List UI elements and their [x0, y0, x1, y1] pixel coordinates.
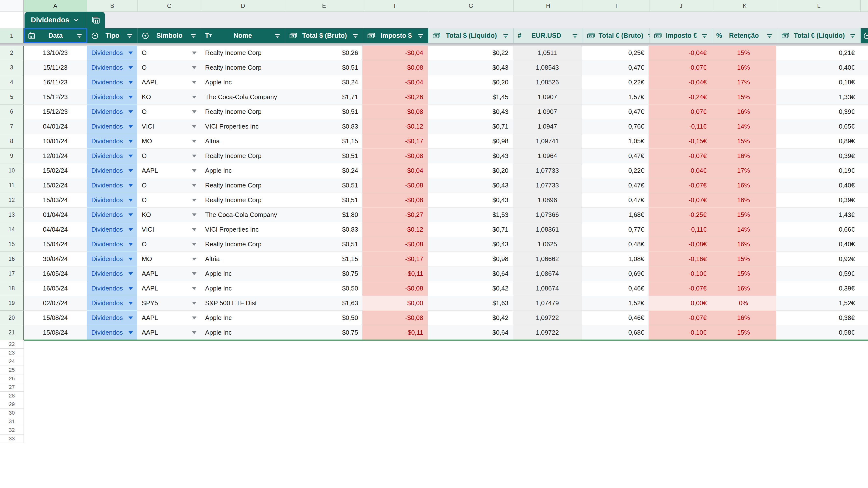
dropdown-caret-icon[interactable] — [192, 287, 196, 290]
empty-cells-area[interactable] — [24, 400, 868, 409]
empty-cells-area[interactable] — [24, 417, 868, 426]
cell-L4[interactable]: 0,18€ — [776, 75, 859, 90]
dropdown-caret-icon[interactable] — [128, 258, 133, 261]
table-column-header-total-usd-bruto[interactable]: Total $ (Bruto) — [285, 28, 363, 43]
cell-I8[interactable]: 1,05€ — [582, 134, 649, 149]
cell-I19[interactable]: 1,52€ — [582, 296, 649, 311]
cell-B16[interactable]: Dividendos — [87, 252, 137, 266]
cell-C4[interactable]: AAPL — [137, 75, 201, 90]
cell-A3[interactable]: 15/11/23 — [24, 60, 87, 75]
table-column-header-retencao[interactable]: %Retenção — [712, 28, 777, 43]
column-header-K[interactable]: K — [712, 0, 777, 12]
table-name-chip[interactable]: Dividendos — [25, 12, 105, 28]
row-header-26[interactable]: 26 — [0, 374, 24, 383]
cell-E10[interactable]: $0,24 — [285, 164, 363, 178]
dropdown-caret-icon[interactable] — [192, 184, 196, 187]
cell-L10[interactable]: 0,19€ — [776, 164, 859, 178]
row-header-16[interactable]: 16 — [0, 252, 24, 266]
cell-G20[interactable]: $0,42 — [428, 311, 513, 325]
cell-J17[interactable]: -0,10€ — [649, 266, 711, 281]
cell-B7[interactable]: Dividendos — [87, 119, 137, 134]
cell-K6[interactable]: 16% — [711, 105, 776, 119]
cell-H15[interactable]: 1,0625 — [513, 237, 582, 252]
row-header-22[interactable]: 22 — [0, 340, 24, 349]
cell-H14[interactable]: 1,08361 — [513, 222, 582, 237]
dropdown-caret-icon[interactable] — [192, 213, 196, 217]
cell-F4[interactable]: -$0,04 — [363, 75, 428, 90]
table-name-button[interactable]: Dividendos — [25, 12, 86, 28]
cell-G4[interactable]: $0,20 — [428, 75, 513, 90]
filter-icon[interactable] — [417, 32, 424, 39]
dropdown-caret-icon[interactable] — [192, 154, 196, 157]
cell-D11[interactable]: Realty Income Corp — [201, 178, 285, 193]
cell-F10[interactable]: -$0,04 — [363, 164, 428, 178]
row-header-13[interactable]: 13 — [0, 207, 24, 222]
row-header-18[interactable]: 18 — [0, 281, 24, 296]
dropdown-caret-icon[interactable] — [128, 96, 133, 98]
filter-icon[interactable] — [502, 32, 509, 39]
cell-E19[interactable]: $1,63 — [285, 296, 363, 311]
table-column-header-imposto-eur[interactable]: Imposto € — [650, 28, 712, 43]
cell-J7[interactable]: -0,11€ — [649, 119, 711, 134]
table-column-header-total-eur-bruto[interactable]: Total € (Bruto) — [583, 28, 650, 43]
dropdown-caret-icon[interactable] — [192, 258, 196, 261]
cell-D19[interactable]: S&P 500 ETF Dist — [201, 296, 285, 311]
cell-C12[interactable]: O — [137, 193, 201, 207]
row-header-8[interactable]: 8 — [0, 134, 24, 149]
cell-H19[interactable]: 1,07479 — [513, 296, 582, 311]
cell-I9[interactable]: 0,47€ — [582, 149, 649, 164]
cell-E11[interactable]: $0,51 — [285, 178, 363, 193]
cell-D10[interactable]: Apple Inc — [201, 164, 285, 178]
row-header-21[interactable]: 21 — [0, 325, 24, 340]
dropdown-caret-icon[interactable] — [192, 272, 196, 275]
cell-E4[interactable]: $0,24 — [285, 75, 363, 90]
cell-B12[interactable]: Dividendos — [87, 193, 137, 207]
cell-E18[interactable]: $0,50 — [285, 281, 363, 296]
cell-B9[interactable]: Dividendos — [87, 149, 137, 164]
cell-D14[interactable]: VICI Properties Inc — [201, 222, 285, 237]
cell-H5[interactable]: 1,0907 — [513, 90, 582, 105]
cell-J6[interactable]: -0,07€ — [649, 105, 711, 119]
cell-J21[interactable]: -0,10€ — [649, 325, 711, 340]
cell-B13[interactable]: Dividendos — [87, 207, 137, 222]
cell-E14[interactable]: $0,83 — [285, 222, 363, 237]
row-header-33[interactable]: 33 — [0, 434, 24, 443]
cell-G13[interactable]: $1,53 — [428, 207, 513, 222]
filter-icon[interactable] — [351, 32, 359, 39]
cell-L21[interactable]: 0,58€ — [776, 325, 859, 340]
dropdown-caret-icon[interactable] — [128, 184, 133, 187]
cell-G18[interactable]: $0,42 — [428, 281, 513, 296]
cell-K10[interactable]: 17% — [711, 164, 776, 178]
cell-C20[interactable]: AAPL — [137, 311, 201, 325]
cell-D13[interactable]: The Coca-Cola Company — [201, 207, 285, 222]
cell-F11[interactable]: -$0,08 — [363, 178, 428, 193]
cell-L7[interactable]: 0,65€ — [776, 119, 859, 134]
cell-H9[interactable]: 1,0964 — [513, 149, 582, 164]
row-header-12[interactable]: 12 — [0, 193, 24, 207]
cell-A21[interactable]: 15/08/24 — [24, 325, 87, 340]
cell-C7[interactable]: VICI — [137, 119, 201, 134]
cell-I15[interactable]: 0,48€ — [582, 237, 649, 252]
cell-M15[interactable] — [859, 237, 868, 252]
cell-E20[interactable]: $0,50 — [285, 311, 363, 325]
cell-I12[interactable]: 0,47€ — [582, 193, 649, 207]
cell-H17[interactable]: 1,08674 — [513, 266, 582, 281]
cell-K7[interactable]: 14% — [711, 119, 776, 134]
cell-I17[interactable]: 0,69€ — [582, 266, 649, 281]
filter-icon[interactable] — [849, 32, 857, 39]
cell-J10[interactable]: -0,04€ — [649, 164, 711, 178]
row-header-9[interactable]: 9 — [0, 149, 24, 164]
dropdown-caret-icon[interactable] — [128, 316, 133, 319]
cell-M18[interactable] — [859, 281, 868, 296]
row-header-30[interactable]: 30 — [0, 409, 24, 417]
cell-B20[interactable]: Dividendos — [87, 311, 137, 325]
cell-E16[interactable]: $1,15 — [285, 252, 363, 266]
cell-C15[interactable]: O — [137, 237, 201, 252]
cell-E8[interactable]: $1,15 — [285, 134, 363, 149]
cell-C21[interactable]: AAPL — [137, 325, 201, 340]
cell-M9[interactable] — [859, 149, 868, 164]
cell-B18[interactable]: Dividendos — [87, 281, 137, 296]
row-header-6[interactable]: 6 — [0, 105, 24, 119]
row-header-4[interactable]: 4 — [0, 75, 24, 90]
cell-I16[interactable]: 1,08€ — [582, 252, 649, 266]
